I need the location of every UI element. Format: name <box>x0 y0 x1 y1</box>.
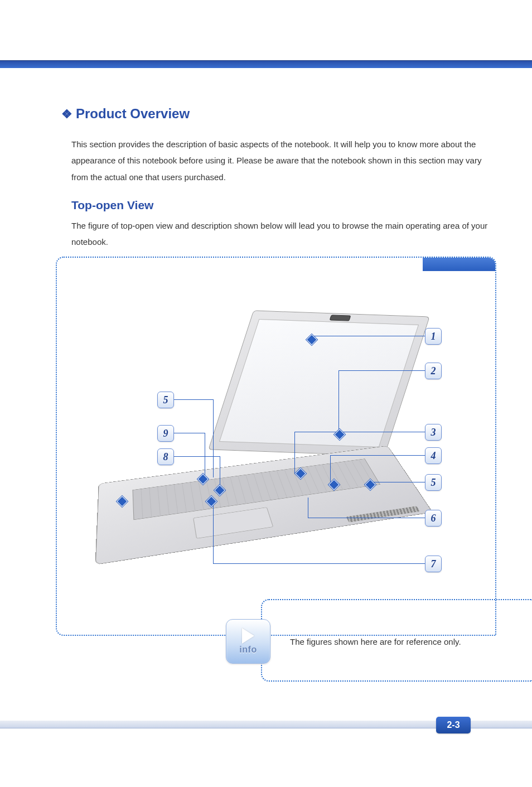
callout-badge-6: 6 <box>425 510 442 527</box>
laptop-vents <box>346 506 420 522</box>
callout-badge-5-left: 5 <box>157 392 174 408</box>
leader-line <box>338 370 425 371</box>
laptop-illustration <box>101 313 419 559</box>
leader-line <box>330 455 425 456</box>
callout-badge-5-right: 5 <box>425 474 442 491</box>
laptop-screen <box>219 319 419 447</box>
callout-badge-4: 4 <box>425 447 442 464</box>
callout-badge-7: 7 <box>425 556 442 572</box>
leader-line <box>174 399 213 400</box>
figure-frame: 1 2 3 4 5 6 7 5 9 8 <box>56 257 496 636</box>
leader-line <box>205 433 205 479</box>
laptop-touchpad <box>193 507 273 539</box>
page-number-badge: 2-3 <box>436 717 471 733</box>
play-icon <box>242 628 254 644</box>
section-heading: ❖Product Overview <box>61 106 499 122</box>
leader-line <box>369 482 425 482</box>
callout-badge-1: 1 <box>425 328 442 345</box>
leader-line <box>294 432 425 432</box>
subsection-heading: Top-open View <box>71 199 499 212</box>
callout-badge-3: 3 <box>425 424 442 441</box>
figure-corner-tab <box>423 258 495 271</box>
webcam-icon <box>330 315 351 321</box>
callout-badge-9: 9 <box>157 425 174 442</box>
info-note: The figures shown here are for reference… <box>290 637 461 646</box>
leader-line <box>294 432 295 474</box>
leader-line <box>313 336 425 336</box>
info-label: info <box>239 645 257 655</box>
leader-line <box>308 498 308 518</box>
laptop-lid <box>208 310 430 456</box>
info-badge: info <box>226 619 270 664</box>
leader-line <box>213 503 214 563</box>
content-area: ❖Product Overview This section provides … <box>61 106 499 261</box>
callout-badge-2: 2 <box>425 363 442 379</box>
leader-line <box>338 370 339 434</box>
subsection-paragraph: The figure of top-open view and descript… <box>71 218 499 250</box>
heading-text: Product Overview <box>76 106 190 121</box>
leader-line <box>330 455 331 484</box>
leader-line <box>213 399 214 477</box>
callout-badge-8: 8 <box>157 448 174 465</box>
diamond-bullet-icon: ❖ <box>61 107 72 121</box>
leader-line <box>308 518 425 518</box>
leader-line <box>174 456 220 457</box>
laptop-base <box>95 446 433 565</box>
intro-paragraph: This section provides the description of… <box>71 136 499 185</box>
leader-line <box>174 433 205 433</box>
leader-line <box>213 563 425 564</box>
header-divider <box>0 60 532 68</box>
